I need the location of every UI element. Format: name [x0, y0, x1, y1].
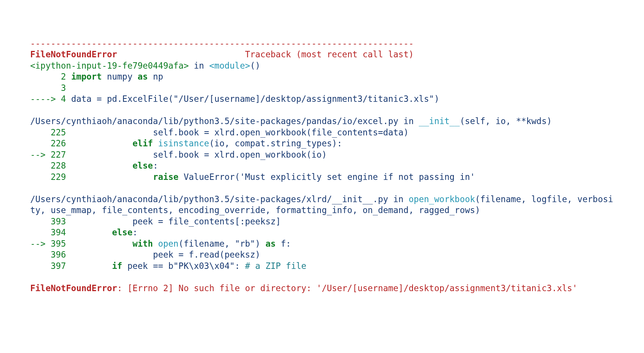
traceback-output: ----------------------------------------…: [30, 38, 614, 294]
kw-as: as: [265, 239, 276, 249]
lineno: 396: [30, 250, 71, 259]
kw-if: if: [112, 261, 122, 271]
in-sep: in: [189, 61, 209, 71]
lineno: 225: [30, 127, 71, 137]
spacer: [117, 49, 245, 59]
lineno: 397: [30, 261, 71, 271]
kw-else: else: [112, 227, 132, 237]
source-path: /Users/cynthiaoh/anaconda/lib/python3.5/…: [30, 116, 398, 126]
func-module: <module>: [209, 61, 250, 71]
traceback-label: Traceback (most recent call last): [245, 49, 414, 59]
mod-numpy: numpy: [107, 72, 132, 81]
sig: (self, io, **kwds): [460, 116, 552, 126]
arrow-line: --> 227: [30, 150, 71, 160]
lineno: 393: [30, 216, 71, 226]
lineno: 2: [30, 72, 71, 81]
mod-np: np: [153, 72, 163, 81]
valueerror: ValueError: [183, 172, 234, 182]
kw-else: else: [132, 161, 153, 170]
lineno: 3: [30, 83, 71, 93]
kw-as: as: [137, 72, 148, 81]
final-message: : [Errno 2] No such file or directory: '…: [117, 283, 577, 293]
arrow-line: --> 395: [30, 239, 71, 249]
builtin-isinstance: isinstance: [158, 138, 209, 148]
sig: (): [250, 61, 260, 71]
kw-import: import: [71, 72, 102, 81]
divider: ----------------------------------------…: [30, 38, 414, 48]
kw-elif: elif: [132, 138, 153, 148]
builtin-open: open: [158, 239, 179, 249]
lineno: 228: [30, 161, 71, 170]
lineno: 229: [30, 172, 71, 182]
func-open-workbook: open_workbook: [408, 194, 475, 204]
cell-id: <ipython-input-19-fe79e0449afa>: [30, 61, 189, 71]
comment: # a ZIP file: [245, 261, 307, 271]
arrow-line: ----> 4: [30, 94, 71, 104]
func-init: __init__: [419, 116, 460, 126]
source-path: /Users/cynthiaoh/anaconda/lib/python3.5/…: [30, 194, 388, 204]
final-exception: FileNotFoundError: [30, 283, 117, 293]
exception-class: FileNotFoundError: [30, 49, 117, 59]
lineno: 394: [30, 227, 71, 237]
lineno: 226: [30, 138, 71, 148]
kw-raise: raise: [153, 172, 179, 182]
kw-with: with: [132, 239, 153, 249]
